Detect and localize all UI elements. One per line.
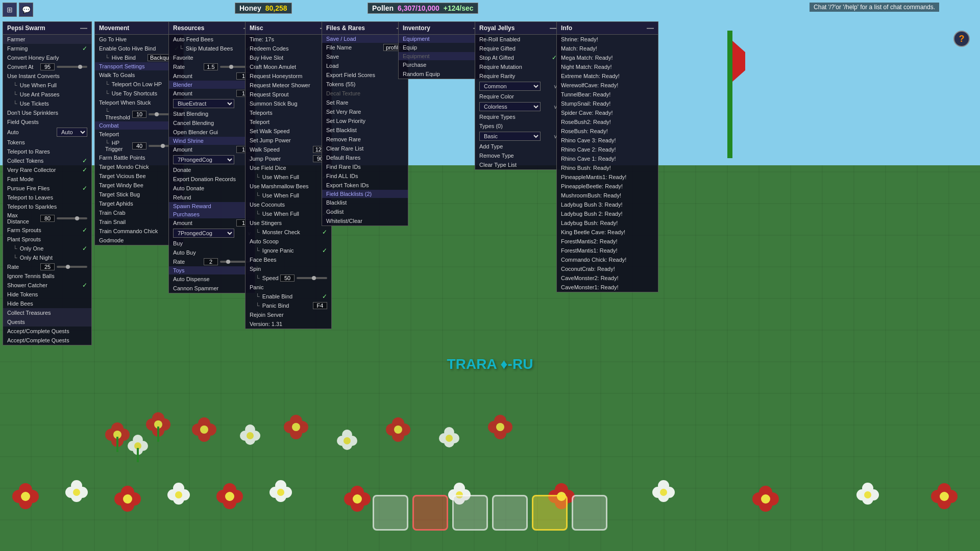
use-stingers[interactable]: Use Stingers xyxy=(246,218,331,228)
seven-pronged-cog-2-select[interactable]: 7ProngedCog xyxy=(173,229,234,238)
panel-files-header[interactable]: Files & Rares — xyxy=(322,22,408,35)
help-button[interactable]: ? xyxy=(953,31,970,47)
require-rarity[interactable]: Require Rarity xyxy=(475,71,561,81)
convert-at-item[interactable]: Convert At 95 xyxy=(3,62,91,71)
panic-bind[interactable]: └ Panic Bind F4 xyxy=(246,301,331,310)
hotbar-slot-2[interactable] xyxy=(412,495,448,531)
tokens-55[interactable]: Tokens (55) xyxy=(322,80,408,89)
use-when-full-dice[interactable]: └ Use When Full ✓ xyxy=(246,172,331,182)
remove-rare[interactable]: Remove Rare xyxy=(322,135,408,144)
use-coconuts[interactable]: Use Coconuts xyxy=(246,200,331,209)
set-jump-power[interactable]: Set Jump Power xyxy=(246,136,331,145)
common-select[interactable]: Common xyxy=(479,82,541,91)
use-when-full-marsh[interactable]: └ Use When Full ✓ xyxy=(246,191,331,200)
collect-treasures-section[interactable]: Collect Treasures xyxy=(3,308,91,317)
rate-2[interactable]: Rate 2 xyxy=(169,257,255,266)
teleport-rares[interactable]: Teleport to Rares xyxy=(3,147,91,156)
request-sprout[interactable]: Request Sprout xyxy=(246,90,331,99)
cannon-spammer[interactable]: Cannon Spammer xyxy=(169,284,255,293)
reroll-enabled[interactable]: Re-Roll Enabled xyxy=(475,35,561,44)
blue-extract-select[interactable]: BlueExtract xyxy=(173,99,234,108)
skip-mutated-bees[interactable]: └ Skip Mutated Bees ✓ xyxy=(169,44,255,53)
default-rares[interactable]: Default Rares xyxy=(322,153,408,162)
amount-3[interactable]: Amount 1 xyxy=(169,145,255,154)
collect-tokens[interactable]: Collect Tokens ✓ xyxy=(3,156,91,165)
teleport-leaves[interactable]: Teleport to Leaves xyxy=(3,193,91,202)
face-bees[interactable]: Face Bees xyxy=(246,255,331,264)
hotbar-slot-6[interactable] xyxy=(572,495,607,531)
clear-rare-list[interactable]: Clear Rare List xyxy=(322,144,408,153)
redeem-codes[interactable]: Redeem Codes xyxy=(246,44,331,53)
auto-dispense[interactable]: Auto Dispense xyxy=(169,274,255,284)
only-one[interactable]: └ Only One ✓ xyxy=(3,244,91,253)
hide-tokens[interactable]: Hide Tokens xyxy=(3,290,91,299)
panic-bind-value[interactable]: F4 xyxy=(313,302,327,309)
export-donation-records[interactable]: Export Donation Records xyxy=(169,174,255,184)
save-btn[interactable]: Save xyxy=(322,52,408,61)
set-walk-speed[interactable]: Set Walk Speed xyxy=(246,127,331,136)
stop-at-gifted[interactable]: Stop At Gifted ✓ xyxy=(475,53,561,62)
cancel-blending[interactable]: Cancel Blending xyxy=(169,118,255,128)
use-marshmallow-bees[interactable]: Use Marshmallow Bees xyxy=(246,182,331,191)
use-instant-converts[interactable]: Use Instant Converts xyxy=(3,71,91,81)
teleport-sparkles[interactable]: Teleport to Sparkles xyxy=(3,202,91,211)
set-very-rare[interactable]: Set Very Rare xyxy=(322,107,408,116)
plant-sprouts[interactable]: Plant Sprouts xyxy=(3,235,91,244)
hotbar-slot-1[interactable] xyxy=(373,495,408,531)
spin-speed[interactable]: └ Speed 50 xyxy=(246,273,331,283)
field-quests[interactable]: Field Quests xyxy=(3,117,91,127)
use-when-full-coconut[interactable]: └ Use When Full ✓ xyxy=(246,209,331,218)
donate-item[interactable]: Donate xyxy=(169,165,255,174)
convert-honey-item[interactable]: Convert Honey Early xyxy=(3,53,91,62)
amount-4[interactable]: Amount 1 xyxy=(169,218,255,228)
hotbar-slot-5[interactable] xyxy=(532,495,568,531)
auto-feed-bees[interactable]: Auto Feed Bees xyxy=(169,35,255,44)
add-type[interactable]: Add Type xyxy=(475,142,561,151)
walk-speed-item[interactable]: Walk Speed 120 xyxy=(246,145,331,154)
tokens-item[interactable]: Tokens xyxy=(3,138,91,147)
colorless-dropdown[interactable]: Colorless v xyxy=(475,101,561,112)
toolbar-grid-btn[interactable]: ⊞ xyxy=(3,3,17,17)
jump-power-item[interactable]: Jump Power 90 xyxy=(246,154,331,163)
ignore-tennis-balls[interactable]: Ignore Tennis Balls xyxy=(3,271,91,281)
request-honeystorm[interactable]: Request Honeystorm xyxy=(246,71,331,81)
rate-2-value[interactable]: 2 xyxy=(204,258,218,265)
export-field-scores[interactable]: Export Field Scores xyxy=(322,70,408,80)
rate-resources[interactable]: Rate 1.5 xyxy=(169,62,255,71)
panic-item[interactable]: Panic xyxy=(246,283,331,292)
buy-item[interactable]: Buy xyxy=(169,239,255,248)
hp-trigger-value[interactable]: 40 xyxy=(132,142,146,149)
ignore-panic[interactable]: └ Ignore Panic ✓ xyxy=(246,246,331,255)
buy-hive-slot[interactable]: Buy Hive Slot xyxy=(246,53,331,62)
seven-pronged-cog-1[interactable]: 7ProngedCog v xyxy=(169,154,255,165)
monster-check[interactable]: └ Monster Check ✓ xyxy=(246,228,331,237)
require-color[interactable]: Require Color xyxy=(475,92,561,101)
set-low-priority[interactable]: Set Low Priority xyxy=(322,116,408,126)
dont-use-sprinklers[interactable]: Don't Use Sprinklers xyxy=(3,108,91,117)
start-blending[interactable]: Start Blending xyxy=(169,109,255,118)
file-name-item[interactable]: File Name profile xyxy=(322,43,408,52)
auto-donate[interactable]: Auto Donate xyxy=(169,184,255,193)
very-rare-collector[interactable]: Very Rare Collector ✓ xyxy=(3,165,91,174)
teleport-btn[interactable]: Teleport xyxy=(246,117,331,127)
max-distance-value[interactable]: 80 xyxy=(40,215,55,222)
convert-at-slider[interactable] xyxy=(57,66,87,68)
amount-2[interactable]: Amount 1 xyxy=(169,89,255,98)
request-meteor-shower[interactable]: Request Meteor Shower xyxy=(246,81,331,90)
accept-complete-quests-2[interactable]: Accept/Complete Quests xyxy=(3,336,91,345)
godlist-btn[interactable]: Godlist xyxy=(322,207,408,216)
basic-dropdown[interactable]: Basic v xyxy=(475,131,561,142)
panel-misc-header[interactable]: Misc — xyxy=(246,22,331,35)
accept-complete-quests-1[interactable]: Accept/Complete Quests xyxy=(3,327,91,336)
panel-pepsi-header[interactable]: Pepsi Swarm — xyxy=(3,22,91,35)
remove-type[interactable]: Remove Type xyxy=(475,151,561,160)
panel-resources-header[interactable]: Resources — xyxy=(169,22,255,35)
rate-item[interactable]: Rate 25 xyxy=(3,262,91,271)
fast-mode[interactable]: Fast Mode xyxy=(3,174,91,184)
hotbar-slot-3[interactable] xyxy=(452,495,488,531)
shower-catcher[interactable]: Shower Catcher ✓ xyxy=(3,281,91,290)
spin-speed-slider[interactable] xyxy=(297,277,327,279)
use-when-full-1[interactable]: └ Use When Full xyxy=(3,81,91,90)
auto-dropdown[interactable]: Auto Auto xyxy=(3,127,91,138)
auto-select[interactable]: Auto xyxy=(57,128,87,137)
